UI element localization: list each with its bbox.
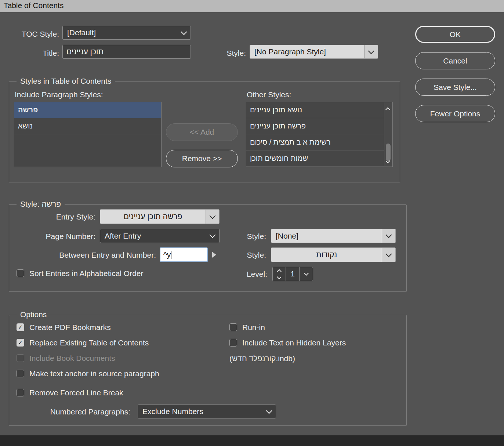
run-in-label: Run-in	[242, 322, 265, 332]
book-file-name: (קורנפלד חדש.indb)	[229, 353, 295, 363]
make-text-anchor-checkbox[interactable]: ✓	[17, 370, 24, 377]
list-item[interactable]: נושא	[14, 118, 161, 134]
between-entry-number-label: Between Entry and Number:	[15, 250, 156, 260]
entry-style-value: פרשה תוכן עניינים	[100, 210, 206, 224]
title-value: תוכן עניינים	[66, 47, 104, 56]
include-book-documents-label: Include Book Documents	[29, 353, 115, 363]
spinner-down-icon[interactable]	[277, 275, 282, 279]
paragraph-style-dropdown[interactable]: [No Paragraph Style]	[250, 45, 378, 59]
save-style-button[interactable]: Save Style...	[415, 79, 495, 96]
include-text-hidden-layers-checkbox[interactable]: ✓	[229, 339, 237, 347]
styles-in-toc-group-title: Styles in Table of Contents	[17, 77, 115, 86]
style-settings-title-value: פרשה	[41, 200, 61, 208]
toc-style-value: [Default]	[63, 28, 177, 37]
remove-forced-line-break-checkbox[interactable]: ✓	[17, 389, 24, 396]
scrollbar[interactable]	[384, 102, 392, 166]
make-text-anchor-label: Make text anchor in source paragraph	[29, 369, 159, 378]
numbered-paragraphs-dropdown[interactable]: Exclude Numbers	[138, 405, 276, 418]
page-number-style-label: Style:	[220, 231, 266, 241]
other-styles-label: Other Styles:	[247, 90, 291, 99]
chevron-down-icon	[177, 32, 191, 34]
list-item[interactable]: פרשה	[14, 102, 161, 118]
level-spinner[interactable]	[272, 267, 286, 281]
chevron-down-icon	[364, 45, 378, 58]
page-number-label: Page Number:	[15, 231, 95, 241]
dialog-bottom-edge	[0, 435, 504, 446]
table-of-contents-dialog: Table of Contents TOC Style: [Default] T…	[0, 0, 504, 446]
ok-button[interactable]: OK	[415, 26, 495, 43]
page-number-value: After Entry	[100, 232, 206, 240]
page-number-dropdown[interactable]: After Entry	[100, 229, 220, 243]
text-cursor	[171, 251, 171, 259]
title-input[interactable]: תוכן עניינים	[62, 45, 191, 59]
include-text-hidden-layers-label: Include Text on Hidden Layers	[242, 338, 346, 348]
level-stepper: 1	[272, 267, 313, 281]
between-entry-number-input[interactable]: ^y	[160, 247, 208, 262]
include-paragraph-styles-list: פרשה נושא	[14, 102, 162, 167]
sort-entries-checkbox[interactable]: ✓	[17, 269, 24, 277]
between-style-label: Style:	[220, 250, 266, 260]
title-label: Title:	[7, 48, 59, 58]
spinner-up-icon[interactable]	[277, 269, 282, 274]
include-book-documents-checkbox: ✓	[17, 354, 24, 362]
remove-button[interactable]: Remove >>	[166, 150, 238, 167]
add-button: << Add	[166, 123, 238, 141]
dialog-titlebar: Table of Contents	[0, 0, 504, 12]
dialog-title: Table of Contents	[4, 1, 64, 10]
level-label: Level:	[220, 269, 267, 279]
chevron-down-icon	[382, 248, 395, 262]
list-item[interactable]: נושא תוכן עניינים	[246, 102, 392, 118]
toc-style-dropdown[interactable]: [Default]	[62, 26, 191, 40]
flyout-triangle-icon[interactable]	[212, 252, 216, 258]
style-settings-title-label: Style:	[20, 200, 40, 208]
include-paragraph-styles-label: Include Paragraph Styles:	[15, 90, 103, 99]
create-pdf-bookmarks-checkbox[interactable]: ✓	[17, 323, 24, 331]
between-style-value: נקודות	[271, 248, 382, 262]
chevron-down-icon	[382, 229, 395, 243]
chevron-down-icon	[206, 210, 219, 224]
chevron-down-icon	[304, 271, 309, 276]
fewer-options-button[interactable]: Fewer Options	[415, 105, 495, 122]
numbered-paragraphs-label: Numbered Paragraphs:	[39, 407, 130, 417]
create-pdf-bookmarks-label: Create PDF Bookmarks	[29, 322, 111, 332]
style-settings-group-title: Style: פרשה	[17, 200, 65, 209]
replace-existing-toc-label: Replace Existing Table of Contents	[29, 338, 149, 348]
entry-style-dropdown[interactable]: פרשה תוכן עניינים	[100, 209, 220, 224]
sort-entries-label: Sort Entries in Alphabetical Order	[29, 268, 144, 278]
between-style-dropdown[interactable]: נקודות	[271, 247, 396, 262]
between-entry-number-value: ^y	[163, 250, 171, 259]
other-styles-list: נושא תוכן עניינים פרשה תוכן עניינים רשימ…	[246, 102, 393, 167]
scrollbar-thumb[interactable]	[386, 144, 391, 161]
toc-style-label: TOC Style:	[7, 29, 59, 39]
paragraph-style-value: [No Paragraph Style]	[250, 45, 364, 58]
run-in-checkbox[interactable]: ✓	[229, 323, 237, 331]
entry-style-label: Entry Style:	[15, 212, 95, 222]
cancel-button[interactable]: Cancel	[415, 52, 495, 69]
list-item[interactable]: שמות חומשים תוכן	[246, 151, 392, 167]
check-icon: ✓	[18, 340, 23, 346]
level-dropdown[interactable]	[299, 267, 313, 281]
page-number-style-value: [None]	[271, 229, 382, 243]
numbered-paragraphs-value: Exclude Numbers	[138, 407, 262, 416]
replace-existing-toc-checkbox[interactable]: ✓	[17, 339, 24, 347]
page-number-style-dropdown[interactable]: [None]	[271, 229, 396, 243]
chevron-down-icon	[262, 410, 276, 413]
remove-forced-line-break-label: Remove Forced Line Break	[29, 388, 123, 398]
scroll-up-icon[interactable]	[385, 107, 390, 112]
list-item[interactable]: רשימת א ב תמצית / סיכום	[246, 134, 392, 151]
paragraph-style-label: Style:	[198, 48, 246, 58]
check-icon: ✓	[18, 324, 23, 330]
list-item[interactable]: פרשה תוכן עניינים	[246, 118, 392, 134]
chevron-down-icon	[206, 235, 219, 237]
options-group-title: Options	[17, 310, 50, 319]
level-value[interactable]: 1	[286, 267, 300, 281]
